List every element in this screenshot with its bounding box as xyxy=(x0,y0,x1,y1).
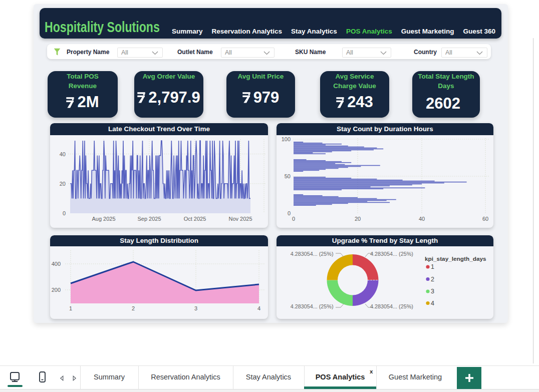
svg-text:Nov 2025: Nov 2025 xyxy=(228,216,252,222)
svg-text:0: 0 xyxy=(288,210,291,216)
svg-text:Aug 2025: Aug 2025 xyxy=(92,216,115,222)
svg-text:20: 20 xyxy=(60,181,66,187)
svg-text:3: 3 xyxy=(431,288,434,295)
svg-text:50: 50 xyxy=(285,173,291,179)
svg-text:2: 2 xyxy=(132,305,135,311)
svg-text:1: 1 xyxy=(69,305,72,311)
svg-text:20: 20 xyxy=(355,216,361,222)
svg-text:60: 60 xyxy=(482,216,488,222)
svg-text:1: 1 xyxy=(431,263,434,270)
svg-text:4: 4 xyxy=(431,300,434,307)
svg-text:4: 4 xyxy=(257,305,260,311)
svg-text:2: 2 xyxy=(431,276,434,283)
svg-text:Sep 2025: Sep 2025 xyxy=(137,216,161,222)
svg-text:40: 40 xyxy=(419,216,425,222)
svg-text:4.283054... (25%): 4.283054... (25%) xyxy=(291,251,334,257)
svg-text:200: 200 xyxy=(52,287,61,293)
svg-text:400: 400 xyxy=(52,261,61,267)
svg-text:Oct 2025: Oct 2025 xyxy=(184,216,206,222)
svg-text:3: 3 xyxy=(194,305,197,311)
svg-text:40: 40 xyxy=(60,151,66,157)
svg-text:4.283054... (25%): 4.283054... (25%) xyxy=(370,251,413,257)
svg-text:4.283054... (25%): 4.283054... (25%) xyxy=(291,303,334,309)
svg-text:4.283054... (25%): 4.283054... (25%) xyxy=(370,303,413,309)
svg-text:0: 0 xyxy=(292,216,295,222)
svg-text:kpi_stay_length_days: kpi_stay_length_days xyxy=(425,255,486,262)
svg-text:100: 100 xyxy=(282,136,291,142)
svg-text:0: 0 xyxy=(63,210,66,216)
